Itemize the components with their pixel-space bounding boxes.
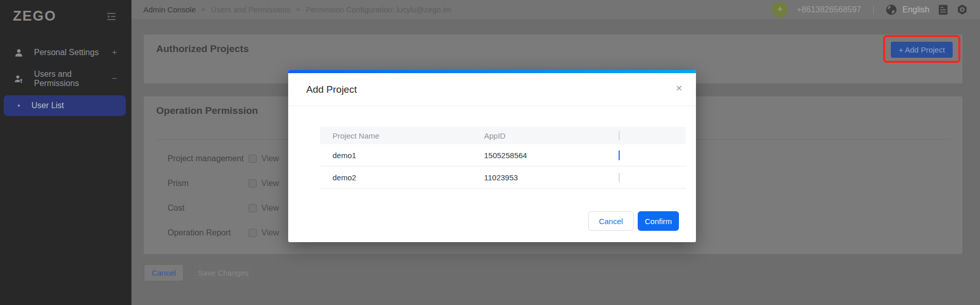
column-project-name: Project Name xyxy=(320,131,472,140)
breadcrumb-admin-console[interactable]: Admin Console xyxy=(143,5,196,14)
sidebar-item-label: User List xyxy=(31,101,64,110)
project-name-cell: demo2 xyxy=(320,173,472,182)
chevron-right-icon: > xyxy=(296,6,301,13)
topbar: Admin Console > Users and Permissions > … xyxy=(131,0,980,19)
modal-footer: Cancel Confirm xyxy=(588,211,679,231)
view-checkbox[interactable] xyxy=(248,204,257,212)
language-selector[interactable]: English xyxy=(903,5,929,14)
chevron-right-icon: > xyxy=(202,6,206,13)
zego-admin-console: ZEGO Personal Settings + xyxy=(0,0,980,305)
close-icon[interactable]: ✕ xyxy=(676,83,683,93)
modal-cancel-button[interactable]: Cancel xyxy=(588,211,634,231)
sidebar-item-personal-settings[interactable]: Personal Settings + xyxy=(0,40,131,65)
expand-plus-icon[interactable]: + xyxy=(112,47,117,58)
gear-icon[interactable] xyxy=(957,4,968,15)
permission-label: Cost xyxy=(168,204,248,213)
cancel-button[interactable]: Cancel xyxy=(144,264,184,281)
column-app-id: AppID xyxy=(472,131,619,140)
breadcrumb-permission-configuration: Permission Configuration: lucylu@zego.im xyxy=(306,5,451,14)
sidebar: ZEGO Personal Settings + xyxy=(0,0,131,305)
sidebar-item-user-list[interactable]: • User List xyxy=(4,95,126,116)
breadcrumb: Admin Console > Users and Permissions > … xyxy=(143,5,451,14)
bullet-icon: • xyxy=(18,101,20,110)
row-checkbox-checked[interactable] xyxy=(619,150,620,160)
collapse-minus-icon[interactable]: − xyxy=(112,74,117,84)
red-annotation-box xyxy=(883,35,960,63)
select-all-checkbox[interactable] xyxy=(619,131,620,141)
sidebar-item-label: Users and Permissions xyxy=(34,70,112,88)
view-label: View xyxy=(261,179,279,188)
topbar-right: + +8613826568597 English xyxy=(772,0,968,19)
view-label: View xyxy=(261,204,279,213)
sidebar-item-users-and-permissions[interactable]: Users and Permissions − xyxy=(0,66,131,92)
modal-title: Add Project xyxy=(306,84,357,95)
collapse-sidebar-icon[interactable] xyxy=(106,12,117,21)
view-checkbox[interactable] xyxy=(248,155,257,163)
modal-confirm-button[interactable]: Confirm xyxy=(638,211,679,231)
modal-header: Add Project ✕ xyxy=(288,73,696,106)
account-phone[interactable]: +8613826568597 xyxy=(796,5,861,14)
avatar[interactable]: + xyxy=(772,2,788,18)
view-checkbox[interactable] xyxy=(248,229,257,237)
project-table: Project Name AppID demo1 1505258564 demo… xyxy=(320,127,686,189)
divider xyxy=(873,5,874,14)
app-id-cell: 1505258564 xyxy=(472,151,619,160)
document-icon[interactable] xyxy=(938,5,948,15)
operation-permission-title: Operation Permission xyxy=(156,104,258,117)
authorized-projects-title: Authorized Projects xyxy=(156,42,248,56)
page-actions: Cancel Save Changes xyxy=(144,264,254,281)
add-project-modal: Add Project ✕ Project Name AppID demo1 1… xyxy=(288,70,696,242)
app-id-cell: 11023953 xyxy=(472,173,619,182)
permission-label: Operation Report xyxy=(168,228,248,238)
permission-label: Project management xyxy=(168,154,248,163)
table-row: demo1 1505258564 xyxy=(320,144,686,166)
sidebar-item-label: Personal Settings xyxy=(34,48,112,57)
save-changes-button[interactable]: Save Changes xyxy=(193,264,254,281)
table-row: demo2 11023953 xyxy=(320,166,686,189)
zego-logo: ZEGO xyxy=(13,8,57,24)
person-icon xyxy=(14,48,24,58)
globe-icon[interactable] xyxy=(886,4,897,15)
view-label: View xyxy=(261,154,279,163)
permission-label: Prism xyxy=(168,179,248,188)
users-permissions-icon xyxy=(14,74,24,84)
row-checkbox[interactable] xyxy=(619,173,620,182)
view-checkbox[interactable] xyxy=(248,179,257,188)
breadcrumb-users-and-permissions[interactable]: Users and Permissions xyxy=(211,5,290,14)
view-label: View xyxy=(261,228,279,238)
project-name-cell: demo1 xyxy=(320,151,472,160)
table-header-row: Project Name AppID xyxy=(320,127,686,144)
